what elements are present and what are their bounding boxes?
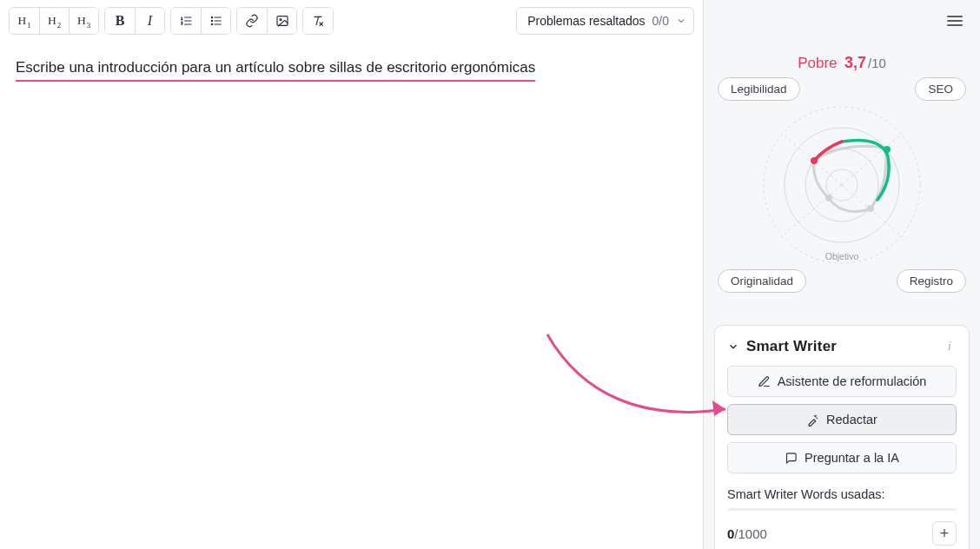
ordered-list-icon — [179, 14, 193, 28]
magic-wand-icon — [806, 413, 819, 427]
problems-label: Problemas resaltados — [527, 14, 645, 28]
svg-point-19 — [811, 157, 818, 164]
link-button[interactable] — [237, 8, 267, 34]
smart-writer-panel: Smart Writer i Asistente de reformulació… — [714, 325, 970, 549]
chevron-down-icon — [676, 16, 686, 26]
h3-button[interactable]: H3 — [69, 8, 98, 34]
unordered-list-button[interactable] — [201, 8, 230, 34]
score-value: 3,7 — [844, 54, 866, 71]
image-button[interactable] — [267, 8, 296, 34]
italic-button[interactable]: I — [135, 8, 164, 34]
reformulation-assistant-button[interactable]: Asistente de reformulación — [727, 366, 957, 397]
unordered-list-icon — [209, 14, 223, 28]
edit-icon — [758, 375, 771, 388]
ask-ai-button[interactable]: Preguntar a la IA — [727, 442, 957, 473]
svg-point-7 — [211, 20, 212, 21]
image-icon — [275, 14, 289, 28]
add-words-button[interactable]: + — [932, 521, 957, 546]
problems-count: 0/0 — [652, 14, 669, 28]
radar-chart-area: Legibilidad SEO Originalidad Registro Ob… — [704, 72, 980, 298]
sw-usage-of: /1000 — [734, 526, 767, 541]
svg-point-8 — [211, 23, 212, 24]
sidebar-column: Pobre 3,7/10 Legibilidad SEO Originalida… — [704, 0, 980, 549]
editor-toolbar: H1 H2 H3 B I — [0, 0, 703, 42]
sw-usage-label: Smart Writer Words usadas: — [727, 487, 957, 501]
redactar-button[interactable]: Redactar — [727, 404, 957, 435]
editor-body[interactable]: Escribe una introducción para un artícul… — [0, 42, 703, 549]
problems-highlighted-dropdown[interactable]: Problemas resaltados 0/0 — [516, 7, 694, 35]
clear-formatting-icon — [311, 14, 325, 28]
editor-column: H1 H2 H3 B I — [0, 0, 704, 549]
svg-point-20 — [884, 146, 891, 153]
clear-formatting-button[interactable] — [303, 8, 333, 34]
svg-point-22 — [825, 195, 832, 202]
h1-button[interactable]: H1 — [10, 8, 39, 34]
sidebar-menu-button[interactable] — [942, 10, 968, 31]
info-icon[interactable]: i — [943, 340, 957, 354]
score-rating: Pobre — [798, 55, 837, 71]
svg-point-21 — [867, 205, 874, 212]
score-area: Pobre 3,7/10 — [704, 54, 980, 72]
link-icon — [245, 14, 259, 28]
sw-usage-count: 0 — [727, 526, 734, 541]
sidebar-header — [704, 0, 980, 42]
radar-chart — [751, 94, 933, 276]
sw-usage-progress — [727, 508, 957, 511]
score-outof: /10 — [868, 56, 886, 70]
svg-point-10 — [280, 19, 281, 21]
ordered-list-button[interactable] — [171, 8, 201, 34]
chevron-down-icon[interactable] — [727, 341, 739, 353]
smart-writer-title: Smart Writer — [746, 338, 936, 355]
chat-icon — [785, 452, 798, 465]
bold-button[interactable]: B — [105, 8, 135, 34]
svg-rect-9 — [277, 17, 288, 26]
h2-button[interactable]: H2 — [39, 8, 69, 34]
svg-point-6 — [211, 17, 212, 17]
svg-line-17 — [781, 185, 842, 237]
editor-prompt-text: Escribe una introducción para un artícul… — [16, 59, 535, 82]
